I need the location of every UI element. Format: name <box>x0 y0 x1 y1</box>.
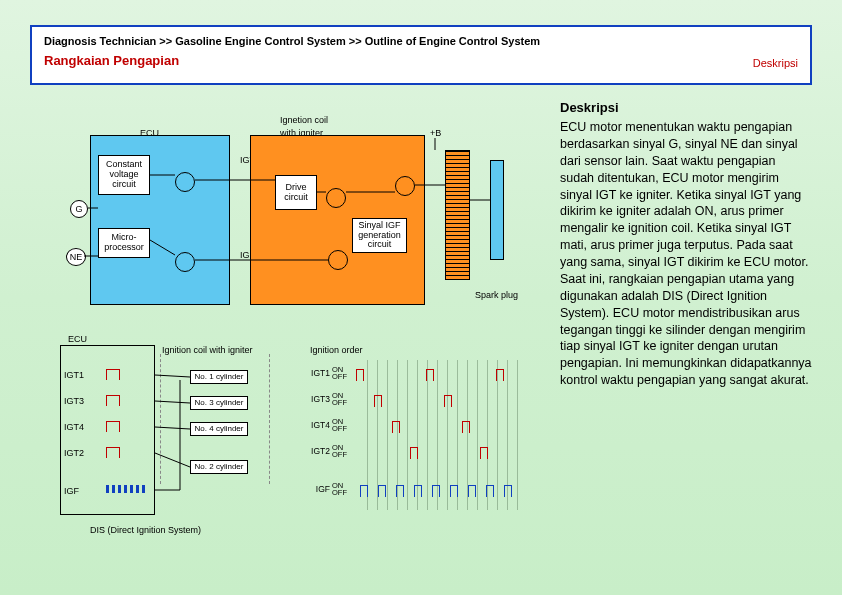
header-panel: Diagnosis Technician >> Gasoline Engine … <box>30 25 812 85</box>
diagram-column: Ignetion coil with igniter ECU +B IGT IG… <box>30 100 540 580</box>
description-heading: Deskripsi <box>560 100 812 115</box>
on-off-label: ONOFF <box>332 444 354 459</box>
pulse-icon <box>96 369 141 381</box>
label-dis: DIS (Direct Ignition System) <box>90 525 201 535</box>
order-name: IGT4 <box>300 420 330 430</box>
on-off-label: ONOFF <box>332 418 354 433</box>
description-body: ECU motor menentukan waktu pengapian ber… <box>560 119 812 389</box>
main-area: Ignetion coil with igniter ECU +B IGT IG… <box>30 100 812 580</box>
cylinder-3: No. 3 cylinder <box>190 396 248 410</box>
constant-voltage-circuit: Constant voltage circuit <box>98 155 150 195</box>
order-row-igt3: IGT3 ONOFF <box>300 388 516 410</box>
order-name: IGT1 <box>300 368 330 378</box>
order-row-igt1: IGT1 ONOFF <box>300 362 516 384</box>
timing-wave <box>356 391 516 407</box>
header-right-label: Deskripsi <box>753 57 798 69</box>
order-row-igt4: IGT4 ONOFF <box>300 414 516 436</box>
microprocessor: Micro-processor <box>98 228 150 258</box>
description-column: Deskripsi ECU motor menentukan waktu pen… <box>540 100 812 580</box>
signal-name: IGT4 <box>64 422 92 432</box>
transistor-icon <box>175 252 195 272</box>
transistor-icon <box>328 250 348 270</box>
signal-name: IGT2 <box>64 448 92 458</box>
order-name: IGT2 <box>300 446 330 456</box>
page-subtitle: Rangkaian Pengapian <box>44 53 798 68</box>
order-name: IGT3 <box>300 394 330 404</box>
port-g: G <box>70 200 88 218</box>
timing-wave <box>356 365 516 381</box>
transistor-icon <box>395 176 415 196</box>
timing-wave <box>356 443 516 459</box>
diagram-top: Ignetion coil with igniter ECU +B IGT IG… <box>30 100 530 330</box>
signal-row-igt1: IGT1 <box>64 366 141 384</box>
igf-generation-circuit: Sinyal IGF generation circuit <box>352 218 407 253</box>
on-off-label: ONOFF <box>332 366 354 381</box>
label-plus-b: +B <box>430 128 441 138</box>
ignition-coil-icon <box>445 150 470 280</box>
timing-wave <box>356 417 516 433</box>
port-ne: NE <box>66 248 86 266</box>
signal-row-igf: IGF <box>64 482 141 500</box>
signal-name: IGT3 <box>64 396 92 406</box>
pulse-icon <box>96 447 141 459</box>
pulse-icon <box>96 485 141 497</box>
breadcrumb: Diagnosis Technician >> Gasoline Engine … <box>44 35 798 47</box>
signal-row-igt2: IGT2 <box>64 444 141 462</box>
signal-name: IGT1 <box>64 370 92 380</box>
pulse-icon <box>96 421 141 433</box>
timing-wave <box>356 481 516 497</box>
order-row-igt2: IGT2 ONOFF <box>300 440 516 462</box>
on-off-label: ONOFF <box>332 482 354 497</box>
label-ecu-2: ECU <box>68 334 87 344</box>
diagram-bottom: ECU IGT1 IGT3 IGT4 IGT2 IGF Ig <box>30 330 530 560</box>
signal-row-igt3: IGT3 <box>64 392 141 410</box>
cylinder-2: No. 2 cylinder <box>190 460 248 474</box>
label-spark-plug: Spark plug <box>475 290 518 300</box>
cylinder-1: No. 1 cylinder <box>190 370 248 384</box>
label-ignition-order: Ignition order <box>310 345 363 355</box>
cylinder-4: No. 4 cylinder <box>190 422 248 436</box>
order-name: IGF <box>300 484 330 494</box>
signal-name: IGF <box>64 486 92 496</box>
signal-row-igt4: IGT4 <box>64 418 141 436</box>
drive-circuit: Drive circuit <box>275 175 317 210</box>
on-off-label: ONOFF <box>332 392 354 407</box>
transistor-icon <box>326 188 346 208</box>
spark-plug-icon <box>490 160 504 260</box>
pulse-icon <box>96 395 141 407</box>
order-row-igf: IGF ONOFF <box>300 478 516 500</box>
transistor-icon <box>175 172 195 192</box>
label-ignetion-coil: Ignetion coil <box>280 115 328 125</box>
